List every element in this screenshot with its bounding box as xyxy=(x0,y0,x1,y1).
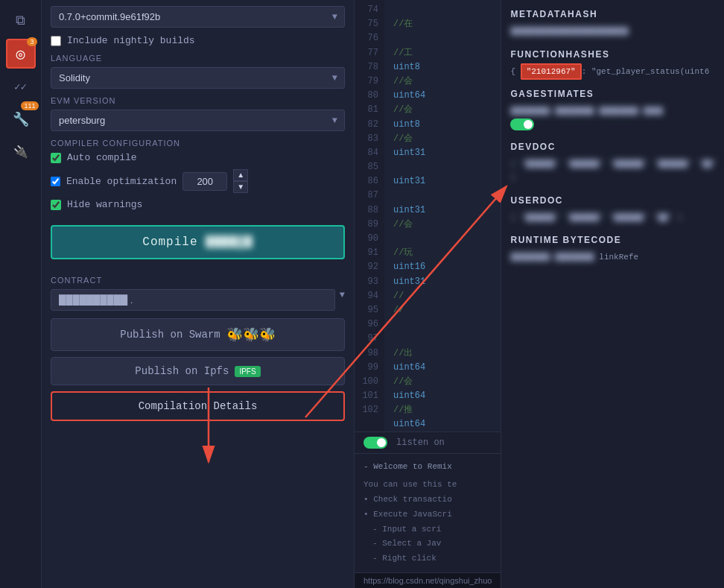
opt-down-btn[interactable]: ▼ xyxy=(233,181,248,193)
compilation-details-button[interactable]: Compilation Details xyxy=(51,391,345,421)
icon-bar: ⧉ ◎ 3 ✓✓ 🔧 111 🔌 xyxy=(0,0,42,588)
compilation-details-label: Compilation Details xyxy=(139,400,258,412)
gas-toggle[interactable] xyxy=(510,118,534,130)
hide-warnings-label: Hide warnings xyxy=(67,199,142,210)
hide-warnings-row: Hide warnings xyxy=(51,199,345,210)
language-label: LANGUAGE xyxy=(51,54,345,63)
evm-label: EVM VERSION xyxy=(51,96,345,105)
status-url: https://blog.csdn.net/qingshui_zhuo xyxy=(363,576,492,585)
devdoc-value: { "██████" "██████" "██████" "██████" "█… xyxy=(510,158,723,184)
deploy-badge: 111 xyxy=(21,101,38,110)
bytecode-blurred: ████████ ████████ xyxy=(510,253,594,262)
plugin-icon: 🔌 xyxy=(13,145,28,159)
include-nightly-row: Include nightly builds xyxy=(51,35,345,46)
publish-ipfs-label: Publish on Ipfs xyxy=(135,365,229,377)
language-select[interactable]: Solidity xyxy=(51,67,345,89)
include-nightly-label: Include nightly builds xyxy=(67,35,195,46)
check-icon: ✓✓ xyxy=(14,80,27,93)
compile-button[interactable]: Compile ████▓█ xyxy=(51,225,345,259)
line-numbers: 7475767778798081828384858687888990919293… xyxy=(355,0,384,431)
language-wrapper: Solidity ▼ xyxy=(51,67,345,89)
compiler-badge: 3 xyxy=(27,37,36,46)
opt-value-input[interactable]: 200 xyxy=(182,172,227,191)
right-panel: METADATAHASH ████████████████████████ FU… xyxy=(501,0,724,588)
devdoc-title: DEVDOC xyxy=(510,142,723,152)
contract-label: CONTRACT xyxy=(51,276,345,285)
include-nightly-checkbox[interactable] xyxy=(51,36,61,46)
enable-opt-checkbox[interactable] xyxy=(51,177,60,186)
runtime-bytecode-value: ████████ ████████ linkRefe xyxy=(510,251,723,265)
auto-compile-label: Auto compile xyxy=(67,152,137,163)
deploy-icon-btn[interactable]: 🔧 111 xyxy=(6,104,36,134)
compiler-icon: ◎ xyxy=(16,45,25,63)
ipfs-badge: IPFS xyxy=(235,366,260,377)
swarm-icon: 🐝🐝🐝 xyxy=(226,326,276,343)
opt-up-btn[interactable]: ▲ xyxy=(233,169,248,181)
welcome-area: - Welcome to Remix You can use this te •… xyxy=(355,453,501,572)
publish-swarm-button[interactable]: Publish on Swarm 🐝🐝🐝 xyxy=(51,318,345,351)
function-hash-key: "21012967" xyxy=(521,63,582,80)
compiler-icon-btn[interactable]: ◎ 3 xyxy=(6,39,36,69)
deploy-icon: 🔧 xyxy=(13,111,29,127)
compiler-version-wrapper: 0.7.0+commit.9e61f92b ▼ xyxy=(51,6,345,28)
auto-compile-row: Auto compile xyxy=(51,152,345,163)
enable-opt-label: Enable optimization xyxy=(66,176,177,187)
evm-wrapper: petersburg ▼ xyxy=(51,110,345,131)
listen-label: listen on xyxy=(396,437,445,448)
compiler-config-label: COMPILER CONFIGURATION xyxy=(51,139,345,148)
functionhashes-title: FUNCTIONHASHES xyxy=(510,49,723,60)
welcome-body: You can use this te • Check transactio •… xyxy=(363,478,492,566)
functionhashes-value: { "21012967": "get_player_status(uint6 xyxy=(510,66,723,79)
metadatahash-value: ████████████████████████ xyxy=(510,25,723,39)
opt-arrows: ▲ ▼ xyxy=(233,169,248,193)
contract-arrow: ▼ xyxy=(340,290,345,300)
gas-blurred: ████████ ████████ ████████ ████ xyxy=(510,107,663,116)
plugin-icon-btn[interactable]: 🔌 xyxy=(6,137,36,167)
gasestimates-value: ████████ ████████ ████████ ████ xyxy=(510,105,723,131)
gasestimates-title: GASESTIMATES xyxy=(510,89,723,99)
code-area[interactable]: 7475767778798081828384858687888990919293… xyxy=(355,0,501,431)
contract-select[interactable]: ██████████ . xyxy=(51,289,335,311)
userdoc-value: { "██████" "██████" "██████" "██" } xyxy=(510,212,723,225)
publish-swarm-label: Publish on Swarm xyxy=(120,329,220,341)
runtime-bytecode-title: RUNTIME BYTECODE xyxy=(510,235,723,245)
code-content: //在 //工 uint8 //会 uint64 //会 uint8 //会 u… xyxy=(384,0,434,431)
userdoc-title: USERDOC xyxy=(510,195,723,206)
check-icon-btn[interactable]: ✓✓ xyxy=(6,72,36,101)
files-icon: ⧉ xyxy=(16,13,25,28)
listen-row: listen on xyxy=(355,431,501,453)
compiler-version-select[interactable]: 0.7.0+commit.9e61f92b xyxy=(51,6,345,28)
center-col: 7475767778798081828384858687888990919293… xyxy=(355,0,501,588)
status-bar: https://blog.csdn.net/qingshui_zhuo xyxy=(355,572,501,588)
function-hash-val: "get_player_status(uint6 xyxy=(591,67,709,76)
welcome-title: - Welcome to Remix xyxy=(363,460,492,475)
left-panel: 0.7.0+commit.9e61f92b ▼ Include nightly … xyxy=(42,0,355,588)
publish-ipfs-button[interactable]: Publish on Ipfs IPFS xyxy=(51,357,345,385)
files-icon-btn[interactable]: ⧉ xyxy=(6,6,36,36)
compile-button-label: Compile ████▓█ xyxy=(142,235,253,249)
enable-opt-row: Enable optimization 200 ▲ ▼ xyxy=(51,169,345,193)
listen-toggle[interactable] xyxy=(363,437,387,449)
auto-compile-checkbox[interactable] xyxy=(51,153,61,163)
evm-select[interactable]: petersburg xyxy=(51,110,345,131)
contract-row: ██████████ . ▼ xyxy=(51,289,345,311)
metadatahash-title: METADATAHASH xyxy=(510,9,723,19)
hide-warnings-checkbox[interactable] xyxy=(51,200,61,210)
